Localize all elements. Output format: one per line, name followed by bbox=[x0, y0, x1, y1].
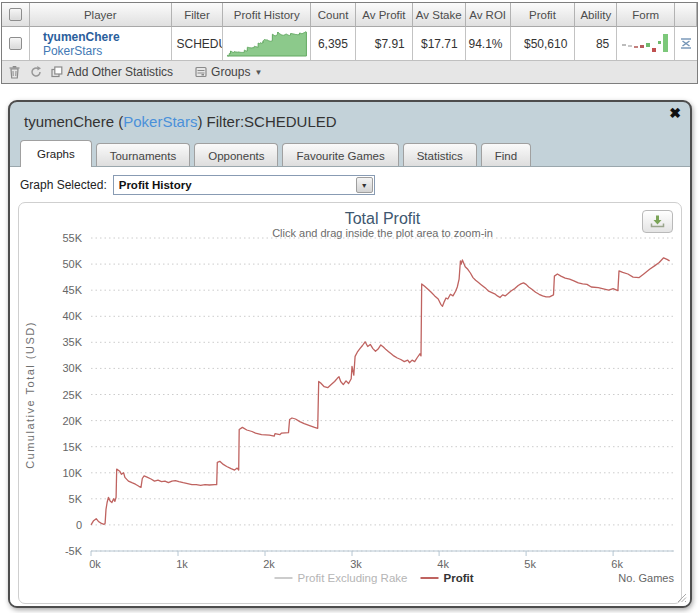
download-chart-button[interactable] bbox=[642, 210, 673, 233]
select-all-checkbox[interactable] bbox=[9, 8, 22, 21]
col-header-av-roi[interactable]: Av ROI bbox=[466, 3, 511, 27]
ability-cell: 85 bbox=[575, 27, 617, 60]
svg-text:15K: 15K bbox=[62, 441, 82, 453]
row-select-cell bbox=[2, 27, 30, 60]
svg-text:10K: 10K bbox=[62, 467, 82, 479]
svg-text:0k: 0k bbox=[89, 558, 101, 570]
svg-text:20K: 20K bbox=[62, 415, 82, 427]
col-header-form[interactable]: Form bbox=[617, 3, 675, 27]
svg-text:25K: 25K bbox=[62, 389, 82, 401]
profit-cell: $50,610 bbox=[511, 27, 576, 60]
add-other-statistics-label: Add Other Statistics bbox=[67, 65, 173, 79]
panel-title-site-link[interactable]: PokerStars bbox=[123, 113, 197, 130]
add-statistics-icon bbox=[51, 66, 63, 78]
svg-text:Click and drag inside the plot: Click and drag inside the plot area to z… bbox=[272, 227, 493, 239]
chevron-down-icon: ▼ bbox=[361, 182, 368, 189]
svg-text:No. Games: No. Games bbox=[618, 572, 674, 584]
svg-text:2k: 2k bbox=[263, 558, 275, 570]
combo-dropdown-button[interactable]: ▼ bbox=[356, 177, 373, 193]
svg-text:Profit: Profit bbox=[444, 572, 474, 584]
svg-text:6k: 6k bbox=[611, 558, 623, 570]
av-roi-cell: 94.1% bbox=[466, 27, 511, 60]
player-site-link[interactable]: PokerStars bbox=[43, 44, 102, 58]
graph-selected-label: Graph Selected: bbox=[20, 178, 107, 192]
add-other-statistics-button[interactable]: Add Other Statistics bbox=[51, 65, 173, 79]
refresh-icon[interactable] bbox=[29, 65, 43, 79]
svg-text:Profit Excluding Rake: Profit Excluding Rake bbox=[298, 572, 408, 584]
col-header-count[interactable]: Count bbox=[311, 3, 356, 27]
tab-graphs[interactable]: Graphs bbox=[20, 140, 92, 167]
tab-tournaments[interactable]: Tournaments bbox=[96, 143, 190, 167]
graph-select-row: Graph Selected: Profit History ▼ bbox=[10, 167, 690, 195]
svg-text:35K: 35K bbox=[62, 336, 82, 348]
svg-text:5k: 5k bbox=[524, 558, 536, 570]
row-checkbox[interactable] bbox=[9, 37, 22, 50]
resize-grip[interactable] bbox=[676, 592, 687, 603]
svg-text:30K: 30K bbox=[62, 362, 82, 374]
col-header-filter[interactable]: Filter bbox=[172, 3, 224, 27]
download-icon bbox=[650, 215, 665, 228]
col-header-profit[interactable]: Profit bbox=[511, 3, 576, 27]
svg-text:55K: 55K bbox=[62, 232, 82, 244]
col-header-profit-history[interactable]: Profit History bbox=[223, 3, 311, 27]
av-stake-cell: $17.71 bbox=[413, 27, 466, 60]
graph-selected-value: Profit History bbox=[114, 179, 356, 191]
col-header-actions bbox=[675, 3, 697, 27]
profit-history-cell[interactable] bbox=[223, 27, 311, 60]
table-header-row: Player Filter Profit History Count Av Pr… bbox=[2, 3, 697, 27]
col-header-av-stake[interactable]: Av Stake bbox=[413, 3, 466, 27]
svg-text:50K: 50K bbox=[62, 258, 82, 270]
results-table: Player Filter Profit History Count Av Pr… bbox=[1, 2, 698, 84]
profit-history-sparkline bbox=[225, 30, 309, 57]
groups-icon bbox=[195, 66, 207, 78]
player-name-link[interactable]: tyumenChere bbox=[43, 30, 120, 44]
row-actions-cell bbox=[675, 27, 697, 60]
filter-cell: SCHEDULED bbox=[172, 27, 224, 60]
tab-find[interactable]: Find bbox=[481, 143, 531, 167]
delete-row-icon[interactable] bbox=[8, 65, 21, 79]
av-profit-cell: $7.91 bbox=[356, 27, 413, 60]
svg-text:0: 0 bbox=[76, 519, 82, 531]
tab-favourite-games[interactable]: Favourite Games bbox=[282, 143, 398, 167]
graph-select-dropdown[interactable]: Profit History ▼ bbox=[113, 175, 375, 195]
tab-opponents[interactable]: Opponents bbox=[194, 143, 278, 167]
form-cell bbox=[617, 27, 675, 60]
player-details-panel: ✖ tyumenChere (PokerStars) Filter:SCHEDU… bbox=[8, 100, 692, 608]
svg-text:5K: 5K bbox=[69, 493, 83, 505]
svg-text:1k: 1k bbox=[176, 558, 188, 570]
panel-title: tyumenChere (PokerStars) Filter:SCHEDULE… bbox=[10, 102, 690, 130]
table-toolbar: Add Other Statistics Groups ▼ bbox=[2, 60, 697, 83]
col-header-av-profit[interactable]: Av Profit bbox=[356, 3, 413, 27]
groups-button[interactable]: Groups ▼ bbox=[195, 65, 262, 79]
form-sparkline bbox=[620, 32, 672, 56]
svg-text:Cumulative Total (USD): Cumulative Total (USD) bbox=[24, 321, 36, 469]
panel-title-filter: ) Filter:SCHEDULED bbox=[197, 113, 336, 130]
svg-text:4k: 4k bbox=[437, 558, 449, 570]
popout-chart-icon[interactable] bbox=[680, 38, 692, 49]
tab-bar: Graphs Tournaments Opponents Favourite G… bbox=[10, 130, 690, 167]
table-row: tyumenChere PokerStars SCHEDULED 6,395 $… bbox=[2, 27, 697, 60]
groups-dropdown-arrow: ▼ bbox=[254, 68, 262, 77]
profit-chart[interactable]: 55K50K45K40K35K30K25K20K15K10K5K0-5K0k1k… bbox=[19, 203, 681, 601]
count-cell: 6,395 bbox=[311, 27, 356, 60]
close-icon[interactable]: ✖ bbox=[669, 106, 681, 120]
panel-content: Graph Selected: Profit History ▼ 55K50K4… bbox=[10, 166, 690, 606]
chart-frame[interactable]: 55K50K45K40K35K30K25K20K15K10K5K0-5K0k1k… bbox=[18, 202, 682, 604]
svg-text:-5K: -5K bbox=[65, 545, 83, 557]
groups-label: Groups bbox=[211, 65, 250, 79]
col-header-player[interactable]: Player bbox=[30, 3, 172, 27]
svg-text:40K: 40K bbox=[62, 310, 82, 322]
header-select-all-cell bbox=[2, 3, 30, 27]
player-cell: tyumenChere PokerStars bbox=[30, 27, 172, 60]
svg-text:Total Profit: Total Profit bbox=[345, 210, 421, 227]
svg-text:45K: 45K bbox=[62, 284, 82, 296]
col-header-ability[interactable]: Ability bbox=[575, 3, 617, 27]
panel-title-player: tyumenChere ( bbox=[24, 113, 123, 130]
svg-text:3k: 3k bbox=[350, 558, 362, 570]
tab-statistics[interactable]: Statistics bbox=[403, 143, 477, 167]
